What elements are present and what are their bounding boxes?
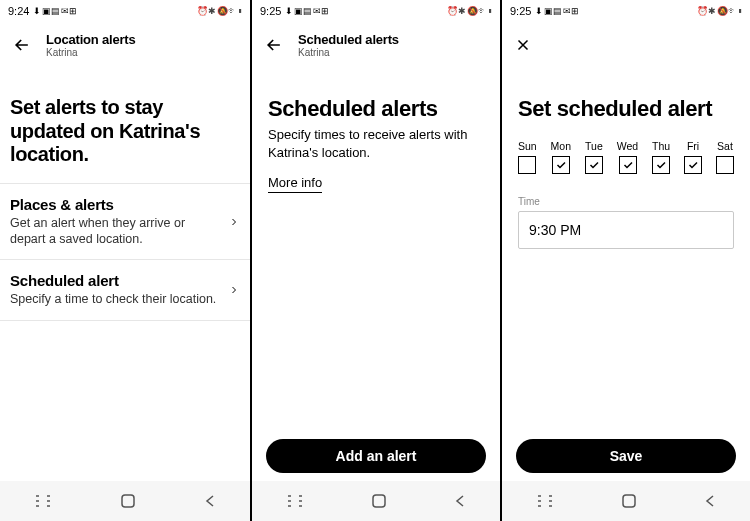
day-checkbox-sun[interactable] (518, 156, 536, 174)
day-label: Sat (717, 140, 733, 152)
row-sub: Specify a time to check their location. (10, 291, 220, 307)
status-notif-icons: ⬇ ▣ ▤ ✉ ⊞ (535, 6, 578, 16)
day-label: Tue (585, 140, 603, 152)
save-button[interactable]: Save (516, 439, 736, 473)
chevron-right-icon (228, 281, 240, 299)
svg-rect-20 (623, 495, 635, 507)
day-col-tue: Tue (585, 140, 603, 174)
day-checkbox-sat[interactable] (716, 156, 734, 174)
time-input[interactable] (518, 211, 734, 249)
page-subtitle: Katrina (298, 47, 399, 58)
hero-sub: Specify times to receive alerts with Kat… (252, 126, 500, 161)
nav-back-icon[interactable] (703, 494, 717, 508)
nav-recent-icon[interactable] (535, 493, 555, 509)
day-col-fri: Fri (684, 140, 702, 174)
status-time: 9:24 (8, 5, 29, 17)
nav-recent-icon[interactable] (285, 493, 305, 509)
day-checkbox-thu[interactable] (652, 156, 670, 174)
day-label: Wed (617, 140, 638, 152)
status-time: 9:25 (260, 5, 281, 17)
day-checkbox-mon[interactable] (552, 156, 570, 174)
day-col-sun: Sun (518, 140, 537, 174)
day-picker: SunMonTueWedThuFriSat (502, 140, 750, 174)
day-label: Mon (551, 140, 571, 152)
day-col-sat: Sat (716, 140, 734, 174)
status-system-icons: ⏰ ✱ 🔕 ᯤ ▮ (447, 6, 492, 16)
svg-rect-13 (373, 495, 385, 507)
android-nav-bar (252, 481, 500, 521)
screen-header (502, 22, 750, 68)
row-places-alerts[interactable]: Places & alerts Get an alert when they a… (0, 183, 250, 260)
day-label: Fri (687, 140, 699, 152)
status-bar: 9:25 ⬇ ▣ ▤ ✉ ⊞ ⏰ ✱ 🔕 ᯤ ▮ (252, 0, 500, 22)
more-info-link[interactable]: More info (252, 161, 338, 190)
add-alert-button[interactable]: Add an alert (266, 439, 486, 473)
hero-heading: Scheduled alerts (252, 68, 500, 126)
status-bar: 9:24 ⬇ ▣ ▤ ✉ ⊞ ⏰ ✱ 🔕 ᯤ ▮ (0, 0, 250, 22)
status-system-icons: ⏰ ✱ 🔕 ᯤ ▮ (697, 6, 742, 16)
close-icon[interactable] (514, 36, 532, 54)
row-title: Places & alerts (10, 196, 220, 213)
nav-back-icon[interactable] (453, 494, 467, 508)
status-bar: 9:25 ⬇ ▣ ▤ ✉ ⊞ ⏰ ✱ 🔕 ᯤ ▮ (502, 0, 750, 22)
page-subtitle: Katrina (46, 47, 135, 58)
day-checkbox-fri[interactable] (684, 156, 702, 174)
screen-scheduled-alerts: 9:25 ⬇ ▣ ▤ ✉ ⊞ ⏰ ✱ 🔕 ᯤ ▮ Scheduled alert… (250, 0, 500, 521)
screen-location-alerts: 9:24 ⬇ ▣ ▤ ✉ ⊞ ⏰ ✱ 🔕 ᯤ ▮ Location alerts… (0, 0, 250, 521)
row-sub: Get an alert when they arrive or depart … (10, 215, 220, 248)
day-label: Thu (652, 140, 670, 152)
screen-set-scheduled-alert: 9:25 ⬇ ▣ ▤ ✉ ⊞ ⏰ ✱ 🔕 ᯤ ▮ Set scheduled a… (500, 0, 750, 521)
screen-header: Scheduled alerts Katrina (252, 22, 500, 68)
hero-heading: Set alerts to stay updated on Katrina's … (0, 68, 250, 183)
day-col-mon: Mon (551, 140, 571, 174)
chevron-right-icon (228, 213, 240, 231)
svg-rect-6 (122, 495, 134, 507)
nav-back-icon[interactable] (203, 494, 217, 508)
nav-recent-icon[interactable] (33, 493, 53, 509)
back-icon[interactable] (12, 35, 32, 55)
nav-home-icon[interactable] (620, 492, 638, 510)
android-nav-bar (502, 481, 750, 521)
screen-header: Location alerts Katrina (0, 22, 250, 68)
page-title: Location alerts (46, 32, 135, 47)
page-title: Scheduled alerts (298, 32, 399, 47)
status-notif-icons: ⬇ ▣ ▤ ✉ ⊞ (285, 6, 328, 16)
day-col-thu: Thu (652, 140, 670, 174)
day-checkbox-tue[interactable] (585, 156, 603, 174)
back-icon[interactable] (264, 35, 284, 55)
android-nav-bar (0, 481, 250, 521)
day-checkbox-wed[interactable] (619, 156, 637, 174)
row-scheduled-alert[interactable]: Scheduled alert Specify a time to check … (0, 259, 250, 320)
nav-home-icon[interactable] (370, 492, 388, 510)
day-label: Sun (518, 140, 537, 152)
status-notif-icons: ⬇ ▣ ▤ ✉ ⊞ (33, 6, 76, 16)
nav-home-icon[interactable] (119, 492, 137, 510)
status-time: 9:25 (510, 5, 531, 17)
row-title: Scheduled alert (10, 272, 220, 289)
hero-heading: Set scheduled alert (502, 68, 750, 140)
time-label: Time (518, 196, 734, 207)
status-system-icons: ⏰ ✱ 🔕 ᯤ ▮ (197, 6, 242, 16)
day-col-wed: Wed (617, 140, 638, 174)
